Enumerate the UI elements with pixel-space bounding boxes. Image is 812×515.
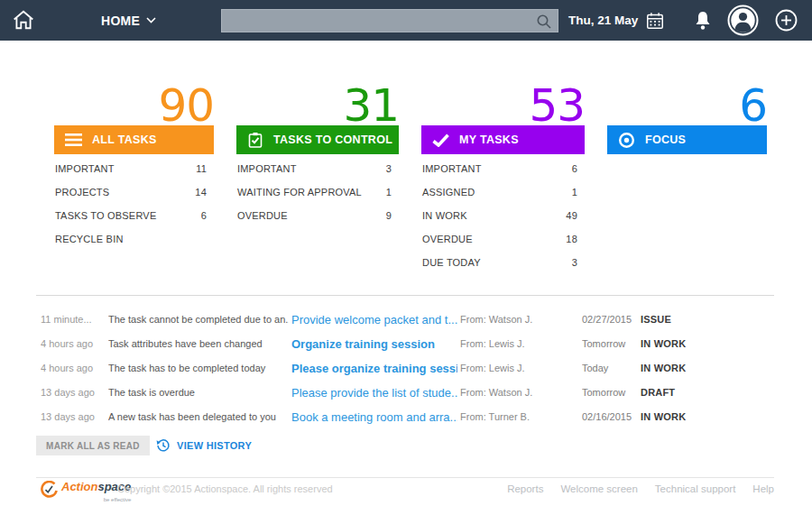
notification-from: From: Turner B. (460, 405, 576, 429)
mark-all-as-read-button[interactable]: MARK ALL AS READ (36, 436, 150, 455)
history-icon (156, 438, 171, 453)
footer-links: ReportsWelcome screenTechnical supportHe… (507, 477, 774, 501)
my-tasks-sublist: IMPORTANT6ASSIGNED1IN WORK49OVERDUE18DUE… (421, 157, 585, 274)
my-tasks-count: 53 (421, 86, 585, 125)
card-subitem[interactable]: TASKS TO OBSERVE6 (54, 204, 214, 227)
search-input[interactable] (222, 10, 558, 32)
notification-row: 4 hours agoTask attributes have been cha… (0, 332, 812, 356)
notification-row: 4 hours agoThe task has to be completed … (0, 356, 812, 381)
card-my-tasks: 53 MY TASKS IMPORTANT6ASSIGNED1IN WORK49… (421, 86, 585, 274)
notification-status: IN WORK (641, 356, 722, 381)
notification-row: 13 days agoA new task has been delegated… (0, 405, 812, 429)
view-history-label: VIEW HISTORY (177, 440, 252, 451)
calendar-icon (645, 11, 665, 31)
card-subitem[interactable]: OVERDUE9 (236, 204, 399, 227)
all-tasks-sublist: IMPORTANT11PROJECTS14TASKS TO OBSERVE6RE… (54, 157, 214, 251)
notification-time: 13 days ago (41, 381, 104, 405)
card-subitem[interactable]: IN WORK49 (421, 204, 585, 227)
notification-from: From: Lewis J. (460, 332, 576, 356)
card-subitem[interactable]: ASSIGNED1 (421, 180, 585, 204)
notification-task-link[interactable]: Please organize training sessio... (291, 356, 457, 381)
check-icon (432, 133, 449, 147)
home-menu-dropdown[interactable]: HOME (101, 0, 156, 41)
notification-status: IN WORK (641, 332, 722, 356)
clipboard-check-icon (247, 132, 263, 149)
notification-time: 11 minute... (41, 308, 104, 332)
footer-link-welcome-screen[interactable]: Welcome screen (560, 477, 637, 501)
add-new-icon[interactable] (775, 9, 798, 32)
footer-link-help[interactable]: Help (752, 477, 774, 501)
notification-due: Today (582, 356, 638, 381)
card-tasks-to-control: 31 TASKS TO CONTROL IMPORTANT3WAITING FO… (236, 86, 399, 227)
chevron-down-icon (146, 17, 156, 23)
view-history-link[interactable]: VIEW HISTORY (156, 436, 252, 455)
notification-task-link[interactable]: Provide welcome packet and t... (291, 308, 457, 332)
card-subitem[interactable]: RECYCLE BIN (54, 227, 214, 251)
subitem-count: 14 (195, 187, 207, 198)
user-avatar[interactable] (727, 5, 759, 36)
home-dashboard: HOME Thu, 21 May (0, 0, 812, 515)
home-icon[interactable] (12, 8, 35, 32)
subitem-label: WAITING FOR APPROVAL (237, 187, 362, 198)
subitem-count: 6 (201, 210, 207, 221)
notification-message: Task attributes have been changed (108, 332, 289, 356)
focus-count: 6 (607, 86, 767, 125)
notification-time: 4 hours ago (41, 332, 104, 356)
notification-task-link[interactable]: Organize training session (291, 332, 457, 356)
all-tasks-count: 90 (54, 86, 214, 125)
date-picker[interactable]: Thu, 21 May (568, 0, 665, 41)
notification-task-link[interactable]: Book a meeting room and arra... (291, 405, 457, 429)
search-icon[interactable] (536, 14, 552, 30)
card-focus: 6 FOCUS (607, 86, 767, 157)
card-title: TASKS TO CONTROL (273, 133, 392, 146)
notifications-divider (36, 295, 774, 296)
subitem-count: 1 (386, 187, 392, 198)
footer-link-technical-support[interactable]: Technical support (655, 477, 736, 501)
card-subitem[interactable]: DUE TODAY3 (421, 251, 585, 274)
subitem-count: 9 (386, 210, 392, 221)
card-subitem[interactable]: IMPORTANT11 (54, 157, 214, 180)
subitem-label: IMPORTANT (237, 163, 297, 174)
notification-list: 11 minute...The task cannot be completed… (0, 308, 812, 429)
notification-time: 4 hours ago (41, 356, 104, 381)
search-box (221, 9, 558, 32)
copyright-text: Copyright ©2015 Actionspace. All rights … (117, 477, 333, 501)
notification-due: 02/27/2015 (582, 308, 638, 332)
home-menu-label: HOME (101, 14, 140, 28)
subitem-count: 3 (572, 257, 577, 268)
tasks-to-control-sublist: IMPORTANT3WAITING FOR APPROVAL1OVERDUE9 (236, 157, 399, 227)
notification-status: ISSUE (641, 308, 722, 332)
notification-message: The task is overdue (108, 381, 289, 405)
subitem-label: IMPORTANT (55, 163, 115, 174)
subitem-count: 3 (386, 163, 392, 174)
notification-row: 13 days agoThe task is overduePlease pro… (0, 381, 812, 405)
card-title: FOCUS (645, 133, 686, 146)
card-subitem[interactable]: IMPORTANT6 (421, 157, 585, 180)
subitem-count: 49 (566, 210, 577, 221)
top-navigation-bar: HOME Thu, 21 May (0, 0, 812, 41)
notification-from: From: Watson J. (460, 381, 576, 405)
notification-status: DRAFT (641, 381, 722, 405)
target-icon (618, 132, 635, 149)
notification-due: Tomorrow (582, 332, 638, 356)
notifications-bell-icon[interactable] (693, 10, 713, 32)
notification-message: The task has to be completed today (108, 356, 289, 381)
notification-status: IN WORK (641, 405, 722, 429)
card-all-tasks: 90 ALL TASKS IMPORTANT11PROJECTS14TASKS … (54, 86, 214, 251)
notification-due: Tomorrow (582, 381, 638, 405)
footer-link-reports[interactable]: Reports (507, 477, 543, 501)
card-subitem[interactable]: WAITING FOR APPROVAL1 (236, 180, 399, 204)
subitem-count: 1 (572, 187, 577, 198)
subitem-count: 6 (572, 163, 577, 174)
card-subitem[interactable]: IMPORTANT3 (236, 157, 399, 180)
notification-task-link[interactable]: Please provide the list of stude... (291, 381, 457, 405)
subitem-label: DUE TODAY (422, 257, 481, 268)
subitem-label: IMPORTANT (422, 163, 482, 174)
tasks-to-control-count: 31 (236, 86, 399, 125)
notification-row: 11 minute...The task cannot be completed… (0, 308, 812, 332)
notification-message: The task cannot be completed due to an..… (108, 308, 289, 332)
notification-message: A new task has been delegated to you (108, 405, 289, 429)
subitem-count: 11 (196, 163, 207, 174)
card-subitem[interactable]: PROJECTS14 (54, 180, 214, 204)
card-subitem[interactable]: OVERDUE18 (421, 227, 585, 251)
